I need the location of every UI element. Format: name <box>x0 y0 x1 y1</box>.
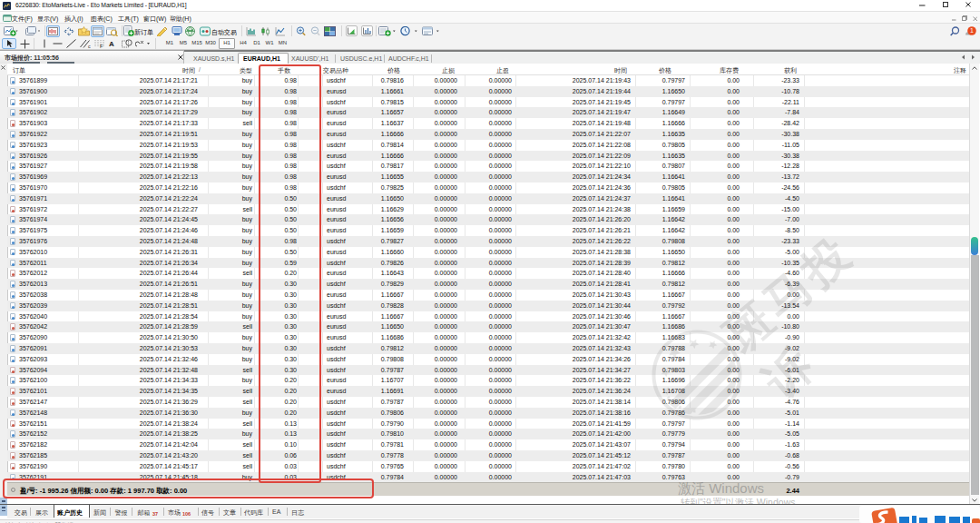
svg-text:1: 1 <box>970 27 974 34</box>
svg-text:F: F <box>100 44 103 48</box>
svg-text:c: c <box>88 44 91 49</box>
